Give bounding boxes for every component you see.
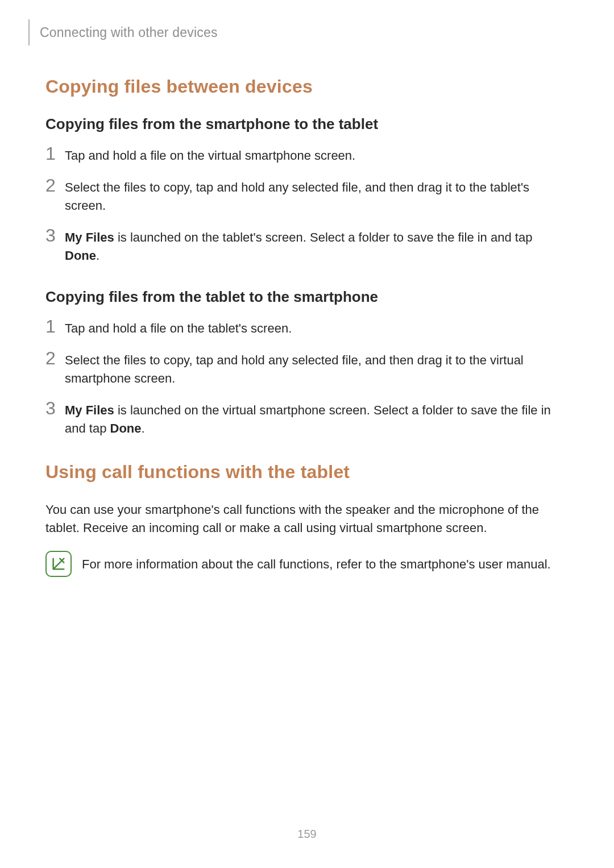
step-text: Select the files to copy, tap and hold a… (65, 351, 569, 388)
pencil-note-icon (51, 556, 67, 572)
step-number: 3 (45, 226, 65, 244)
bold-my-files: My Files (65, 403, 114, 417)
step-text-part: . (142, 421, 145, 435)
breadcrumb: Connecting with other devices (40, 25, 218, 40)
bold-my-files: My Files (65, 230, 114, 244)
step-1: 1 Tap and hold a file on the tablet's sc… (45, 319, 569, 338)
heading-copy-tablet-to-smartphone: Copying files from the tablet to the sma… (45, 288, 569, 306)
step-text: Tap and hold a file on the virtual smart… (65, 147, 355, 165)
step-text-part: is launched on the tablet's screen. Sele… (114, 230, 533, 244)
step-2: 2 Select the files to copy, tap and hold… (45, 351, 569, 388)
step-text: My Files is launched on the virtual smar… (65, 401, 569, 438)
step-text: Tap and hold a file on the tablet's scre… (65, 319, 292, 338)
header-vertical-bar (28, 19, 30, 45)
note-icon (45, 551, 72, 577)
subsection-s2t: Copying files from the smartphone to the… (45, 115, 569, 264)
step-number: 1 (45, 317, 65, 335)
step-3: 3 My Files is launched on the virtual sm… (45, 401, 569, 438)
step-number: 1 (45, 144, 65, 163)
bold-done: Done (65, 248, 96, 263)
step-3: 3 My Files is launched on the tablet's s… (45, 229, 569, 265)
step-text: My Files is launched on the tablet's scr… (65, 229, 569, 265)
note-row: For more information about the call func… (45, 551, 569, 577)
bold-done: Done (110, 421, 142, 435)
paragraph-call-functions: You can use your smartphone's call funct… (45, 501, 569, 537)
heading-copying-files-between-devices: Copying files between devices (45, 76, 569, 97)
heading-copy-smartphone-to-tablet: Copying files from the smartphone to the… (45, 115, 569, 133)
step-text: Select the files to copy, tap and hold a… (65, 178, 569, 215)
document-page: Connecting with other devices Copying fi… (0, 0, 614, 868)
page-header: Connecting with other devices (45, 19, 569, 45)
heading-using-call-functions: Using call functions with the tablet (45, 462, 569, 483)
note-text: For more information about the call func… (82, 555, 551, 574)
step-number: 2 (45, 349, 65, 367)
step-2: 2 Select the files to copy, tap and hold… (45, 178, 569, 215)
step-number: 2 (45, 176, 65, 194)
step-text-part: . (96, 248, 99, 263)
step-number: 3 (45, 399, 65, 417)
page-number: 159 (0, 828, 614, 841)
step-1: 1 Tap and hold a file on the virtual sma… (45, 147, 569, 165)
subsection-t2s: Copying files from the tablet to the sma… (45, 288, 569, 437)
